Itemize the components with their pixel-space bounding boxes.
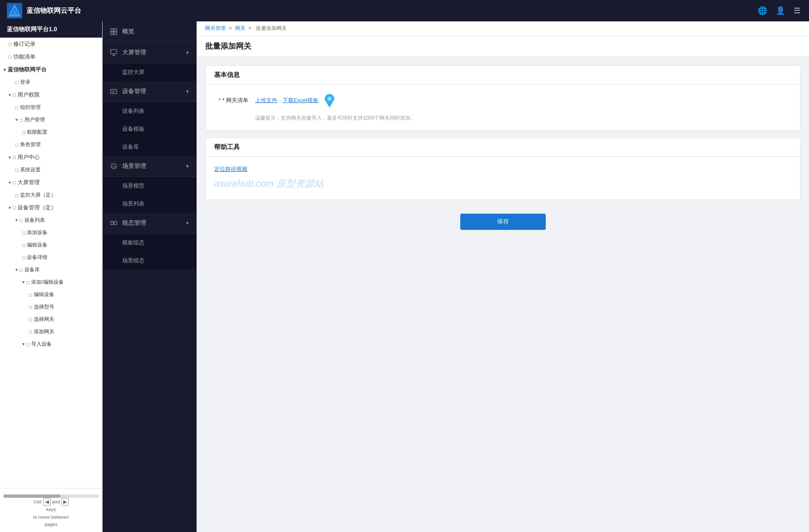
hint-text: 温馨提示：支持网关批量导入，最多可同时支持1000个网关同时添加。	[214, 115, 791, 122]
sidebar-label-devicelist: 设备列表	[24, 217, 45, 224]
sidebar-label-features: 功能清单	[13, 53, 35, 61]
sidebar-item-login[interactable]: □ 登录	[0, 76, 102, 88]
sidebar-item-bigscreen[interactable]: ▾ □ 大屏管理	[0, 176, 102, 189]
nav-label-groupmgmt: 组态管理	[122, 219, 185, 227]
folder-icon: □	[13, 154, 16, 160]
folder-icon: □	[13, 205, 16, 211]
horizontal-scrollbar[interactable]	[3, 494, 99, 498]
sidebar-label-userperm: 用户权限	[18, 91, 40, 99]
folder-icon: □	[20, 267, 23, 273]
toggle-icon: ▾	[15, 218, 18, 223]
svg-rect-3	[111, 29, 113, 31]
sidebar-label-permconfig: 权限配置	[27, 129, 47, 136]
nav-item-devicemgmt[interactable]: 设备管理 ▼	[103, 81, 197, 102]
sidebar-label-monitorscreen: 监控大屏（定）	[20, 191, 56, 199]
toggle-icon: ▾	[9, 155, 11, 160]
logo-icon	[7, 3, 22, 18]
sidebar-item-devicemgmt[interactable]: ▾ □ 设备管理（定）	[0, 201, 102, 214]
sidebar-item-revision[interactable]: □ 修订记录	[0, 38, 102, 50]
help-tools-card: 帮助工具 定位路径视频 axurehub.com 原型资源站	[205, 138, 800, 200]
save-bar: 保存	[205, 207, 800, 237]
sidebar-item-orgmgmt[interactable]: □ 组织管理	[0, 101, 102, 114]
nav-sub-monitorscreen[interactable]: 监控大屏	[103, 63, 197, 81]
menu-icon[interactable]: ☰	[792, 4, 802, 17]
sidebar-label-usermgmt: 用户管理	[24, 116, 45, 123]
sidebar-tree: □ 修订记录 □ 功能清单 ▾ 蓝信物联网平台 □ 登录 ▾ □ 用户权限 □	[0, 38, 102, 488]
sidebar-item-importdevice[interactable]: ▾ □ 导入设备	[0, 338, 102, 350]
save-button[interactable]: 保存	[460, 214, 546, 230]
nav-sub-label-devicelib: 设备库	[122, 144, 139, 150]
breadcrumb-gateway[interactable]: 网关	[235, 25, 245, 31]
watermark: axurehub.com 原型资源站	[214, 177, 791, 190]
file-icon: □	[22, 255, 25, 261]
basic-info-body: * 网关清单 上传文件 下载Excel模板 温馨提示：支持	[206, 85, 800, 130]
sidebar-title: 蓝信物联网平台1.0	[0, 21, 102, 38]
file-icon: □	[9, 54, 12, 60]
nav-sub-label-scenemodel: 场景模型	[122, 182, 144, 189]
sidebar-item-rolemgmt[interactable]: □ 角色管理	[0, 138, 102, 151]
help-tools-body: 定位路径视频 axurehub.com 原型资源站	[206, 157, 800, 200]
nav-sub-devicelist[interactable]: 设备列表	[103, 102, 197, 120]
sidebar-item-adddevice[interactable]: □ 添加设备	[0, 226, 102, 239]
sidebar-item-editdevicelib[interactable]: □ 编辑设备	[0, 288, 102, 301]
sidebar-item-addeditdevice[interactable]: ▾ □ 添加/编辑设备	[0, 276, 102, 288]
svg-rect-6	[114, 32, 117, 35]
file-icon: □	[15, 192, 18, 198]
file-icon: □	[29, 292, 32, 298]
breadcrumb-gateway-mgmt[interactable]: 网关管理	[205, 25, 226, 31]
sidebar-item-userperm[interactable]: ▾ □ 用户权限	[0, 88, 102, 101]
nav-item-groupmgmt[interactable]: 组态管理 ▼	[103, 213, 197, 234]
globe-icon[interactable]: 🌐	[756, 4, 769, 17]
page-title-bar: 批量添加网关	[197, 36, 809, 57]
svg-rect-7	[111, 50, 117, 54]
folder-icon: □	[20, 218, 23, 223]
sidebar-item-usermgmt[interactable]: ▾ □ 用户管理	[0, 114, 102, 126]
nav-sub-devicelib[interactable]: 设备库	[103, 138, 197, 156]
nav-sub-tplgroup[interactable]: 模板组态	[103, 234, 197, 252]
sidebar-item-devicedetail[interactable]: □ 设备详情	[0, 251, 102, 264]
basic-info-header: 基本信息	[206, 66, 800, 85]
folder-icon: □	[26, 341, 29, 347]
svg-rect-4	[114, 29, 117, 31]
sidebar-label-selectgateway: 选择网关	[34, 316, 54, 323]
svg-rect-15	[114, 221, 117, 225]
toggle-icon: ▾	[3, 67, 6, 73]
sidebar-item-selectmodel[interactable]: □ 选择型号	[0, 301, 102, 313]
sidebar-item-monitorscreen[interactable]: □ 监控大屏（定）	[0, 189, 102, 201]
nav-item-bigscreen[interactable]: 大屏管理 ▼	[103, 42, 197, 63]
svg-marker-18	[327, 103, 332, 108]
user-icon[interactable]: 👤	[774, 4, 787, 17]
nav-item-overview[interactable]: 概览	[103, 21, 197, 42]
sidebar-label-editdevice: 编辑设备	[27, 241, 47, 249]
content-scroll: 基本信息 * 网关清单 上传文件 下载Excel模板	[197, 57, 809, 532]
nav-sub-scenemodel[interactable]: 场景模型	[103, 177, 197, 195]
content-area: 网关管理 > 网关 > 批量添加网关 批量添加网关 基本信息 * 网关清单 上传…	[197, 21, 809, 532]
nav-sub-label-devicetpl: 设备模板	[122, 126, 144, 132]
help-video-link[interactable]: 定位路径视频	[214, 166, 247, 172]
sidebar-item-features[interactable]: □ 功能清单	[0, 50, 102, 63]
sidebar-item-permconfig[interactable]: □ 权限配置	[0, 126, 102, 138]
sidebar-item-addgateway[interactable]: □ 添加网关	[0, 326, 102, 338]
sidebar-item-platform[interactable]: ▾ 蓝信物联网平台	[0, 63, 102, 76]
bigscreen-icon	[109, 48, 118, 57]
svg-point-19	[327, 97, 332, 101]
sidebar-item-selectgateway[interactable]: □ 选择网关	[0, 313, 102, 326]
file-icon: □	[22, 242, 25, 248]
sidebar-item-usercenter[interactable]: ▾ □ 用户中心	[0, 151, 102, 164]
toggle-icon: ▾	[9, 92, 11, 98]
upload-file-button[interactable]: 上传文件	[255, 97, 277, 104]
sidebar-label-editdevicelib: 编辑设备	[34, 291, 54, 298]
nav-item-scenemgmt[interactable]: 场景管理 ▼	[103, 156, 197, 177]
file-icon: □	[15, 105, 18, 111]
help-tools-header: 帮助工具	[206, 138, 800, 157]
nav-sub-scenelist[interactable]: 场景列表	[103, 195, 197, 213]
arrow-down-icon: ▼	[185, 50, 190, 55]
nav-sub-scenegroup[interactable]: 场景组态	[103, 252, 197, 270]
nav-sub-label-scenegroup: 场景组态	[122, 257, 144, 264]
sidebar-item-editdevice[interactable]: □ 编辑设备	[0, 239, 102, 251]
nav-sub-devicetpl[interactable]: 设备模板	[103, 120, 197, 138]
sidebar-item-syssettings[interactable]: □ 系统设置	[0, 164, 102, 176]
sidebar-item-devicelib[interactable]: ▾ □ 设备库	[0, 264, 102, 276]
sidebar-item-devicelist[interactable]: ▾ □ 设备列表	[0, 214, 102, 226]
download-template-button[interactable]: 下载Excel模板	[282, 97, 318, 104]
